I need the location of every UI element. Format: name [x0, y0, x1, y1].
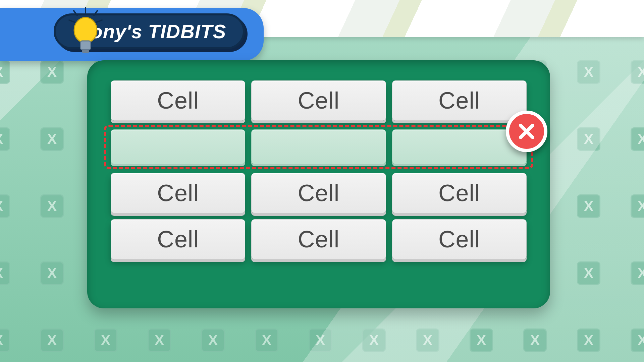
excel-tile-icon: X	[416, 328, 439, 352]
cell-label: Cell	[157, 180, 199, 206]
excel-tile-icon: X	[631, 194, 644, 218]
cell-blank[interactable]	[111, 129, 245, 164]
excel-tile-icon: X	[577, 127, 600, 151]
excel-tile-icon: X	[40, 328, 64, 352]
cell-label: Cell	[157, 87, 199, 114]
excel-tile-icon: X	[0, 261, 10, 285]
cell[interactable]: Cell	[111, 80, 245, 121]
excel-tile-icon: X	[631, 127, 644, 151]
cell[interactable]: Cell	[392, 173, 527, 213]
cell[interactable]: Cell	[111, 219, 245, 259]
cell[interactable]: Cell	[251, 219, 386, 259]
excel-tile-icon: X	[0, 127, 10, 151]
excel-tile-icon: X	[470, 328, 493, 352]
excel-tile-icon: X	[309, 328, 332, 352]
svg-rect-7	[82, 50, 89, 53]
cell[interactable]: Cell	[111, 173, 245, 213]
cell-label: Cell	[438, 87, 480, 114]
excel-tile-icon: X	[362, 328, 386, 352]
excel-tile-icon: X	[631, 261, 644, 285]
excel-tile-icon: X	[255, 328, 278, 352]
delete-row-button[interactable]	[506, 111, 547, 152]
grid-row: Cell Cell Cell	[111, 219, 527, 259]
cell-label: Cell	[298, 226, 340, 253]
svg-line-2	[94, 11, 97, 15]
cell[interactable]: Cell	[392, 219, 527, 259]
excel-tile-icon: X	[523, 328, 547, 352]
excel-tile-icon: X	[0, 60, 10, 84]
cell-label: Cell	[157, 226, 199, 253]
svg-rect-6	[80, 41, 91, 50]
svg-line-1	[74, 11, 77, 15]
grid-row: Cell Cell Cell	[111, 80, 527, 121]
excel-tile-icon: X	[577, 60, 600, 84]
bg-x-row: XXXXXXXXXXXXX	[0, 328, 644, 352]
excel-tile-icon: X	[40, 194, 64, 218]
excel-tile-icon: X	[577, 194, 600, 218]
svg-line-4	[97, 20, 102, 22]
cell-label: Cell	[298, 180, 340, 206]
excel-tile-icon: X	[94, 328, 117, 352]
cell-label: Cell	[298, 87, 340, 114]
grid-row: Cell Cell Cell	[111, 173, 527, 213]
lightbulb-icon	[67, 7, 104, 57]
title-banner: Tony's TIDBITS	[0, 8, 264, 61]
excel-tile-icon: X	[0, 328, 10, 352]
close-icon	[517, 122, 536, 141]
excel-tile-icon: X	[40, 127, 64, 151]
excel-tile-icon: X	[577, 261, 600, 285]
cells-grid: Cell Cell Cell Cell Cell Cell	[111, 80, 527, 259]
excel-tile-icon: X	[40, 261, 64, 285]
cell-blank[interactable]	[251, 129, 386, 164]
grid-row-selected	[111, 127, 527, 167]
excel-tile-icon: X	[631, 328, 644, 352]
excel-tile-icon: X	[40, 60, 64, 84]
excel-tile-icon: X	[0, 194, 10, 218]
cell[interactable]: Cell	[251, 173, 386, 213]
svg-line-3	[69, 20, 74, 22]
excel-tile-icon: X	[148, 328, 171, 352]
cell-label: Cell	[438, 180, 480, 206]
cell-label: Cell	[438, 226, 480, 253]
excel-tile-icon: X	[631, 60, 644, 84]
excel-tile-icon: X	[201, 328, 225, 352]
cell[interactable]: Cell	[392, 80, 527, 121]
svg-point-5	[74, 17, 97, 43]
cell[interactable]: Cell	[251, 80, 386, 121]
cells-panel: Cell Cell Cell Cell Cell Cell	[87, 60, 550, 308]
excel-tile-icon: X	[577, 328, 600, 352]
